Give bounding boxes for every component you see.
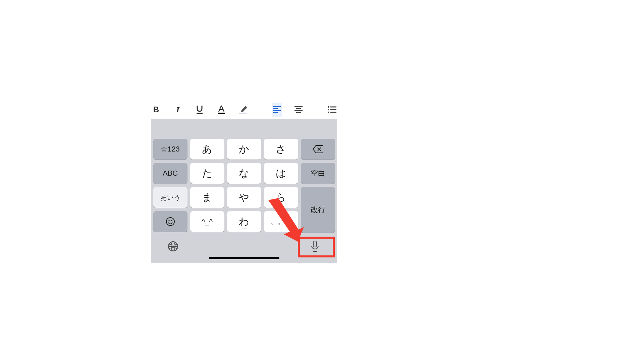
japanese-kana-keyboard: ☆123 あ か さ ABC た な は 空白 あいう ま や ら 改行 xyxy=(151,119,337,263)
svg-point-17 xyxy=(166,218,174,226)
backspace-key[interactable] xyxy=(301,139,335,160)
toolbar-separator xyxy=(315,104,315,115)
bold-button[interactable]: B xyxy=(151,103,161,117)
kana-key-wa[interactable]: わ xyxy=(227,211,261,232)
abc-mode-key[interactable]: ABC xyxy=(153,163,187,184)
kana-key-a[interactable]: あ xyxy=(190,139,224,160)
emoji-key[interactable] xyxy=(153,211,187,232)
kana-key-ma[interactable]: ま xyxy=(190,187,224,208)
return-key[interactable]: 改行 xyxy=(301,187,335,233)
kana-key-ya[interactable]: や xyxy=(227,187,261,208)
svg-rect-24 xyxy=(313,241,317,247)
svg-rect-1 xyxy=(218,113,225,114)
kana-key-ra[interactable]: ら xyxy=(264,187,298,208)
text-color-button[interactable] xyxy=(216,103,226,117)
kana-key-ta[interactable]: た xyxy=(190,163,224,184)
dictation-button[interactable] xyxy=(308,239,322,253)
kana-key-ha[interactable]: は xyxy=(264,163,298,184)
svg-rect-2 xyxy=(239,113,247,114)
svg-point-19 xyxy=(171,220,172,221)
svg-point-18 xyxy=(168,220,169,221)
kana-key-sa[interactable]: さ xyxy=(264,139,298,160)
svg-point-13 xyxy=(327,112,329,113)
align-left-button[interactable] xyxy=(272,103,282,117)
toolbar-separator xyxy=(260,104,260,115)
space-key[interactable]: 空白 xyxy=(301,163,335,184)
kana-variant-key[interactable]: あいう xyxy=(153,187,187,208)
kana-key-na[interactable]: な xyxy=(227,163,261,184)
globe-icon xyxy=(167,241,179,252)
keyboard-bottom-bar xyxy=(151,232,337,260)
svg-point-12 xyxy=(327,109,329,110)
kana-key-ka[interactable]: か xyxy=(227,139,261,160)
format-toolbar: B I xyxy=(151,101,337,119)
backspace-icon xyxy=(312,145,324,154)
emoji-icon xyxy=(165,217,175,227)
highlight-button[interactable] xyxy=(238,103,249,117)
align-center-button[interactable] xyxy=(293,103,304,117)
bullet-list-button[interactable] xyxy=(327,103,337,117)
globe-button[interactable] xyxy=(166,239,180,253)
microphone-icon xyxy=(310,240,320,252)
svg-point-11 xyxy=(327,106,329,108)
punctuation-key[interactable]: 、。?! xyxy=(264,211,298,232)
kaomoji-key[interactable]: ^_^ xyxy=(190,211,224,232)
underline-button[interactable] xyxy=(194,103,205,117)
symbols-mode-key[interactable]: ☆123 xyxy=(153,139,187,160)
italic-button[interactable]: I xyxy=(173,103,183,117)
home-indicator[interactable] xyxy=(209,257,279,259)
